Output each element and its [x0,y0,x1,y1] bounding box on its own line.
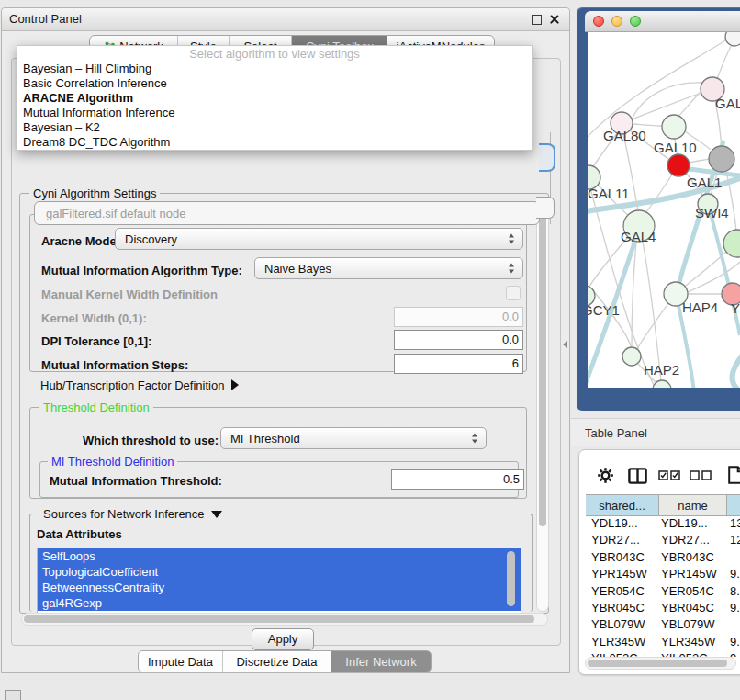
network-edge[interactable] [592,289,632,348]
network-edge[interactable] [643,242,661,381]
network-edge[interactable] [717,43,733,79]
table-cell: 8. [727,583,740,600]
data-attributes-list[interactable]: SelfLoopsTopologicalCoefficientBetweenne… [37,548,521,614]
aracne-mode-combo[interactable]: Discovery [115,228,523,250]
manual-kernel-checkbox[interactable] [506,286,521,300]
mi-threshold-field[interactable]: 0.5 [391,469,524,490]
network-edge[interactable] [677,91,701,118]
table-row[interactable]: YIL052CYIL052C9 [586,650,740,657]
table-row[interactable]: YBR043CYBR043C [586,549,740,566]
network-edge[interactable] [690,159,710,163]
table-cell: YBL079W [586,616,659,633]
table-row[interactable]: YBR045CYBR045C9. [586,600,740,616]
dpi-tolerance-field[interactable]: 0.0 [394,330,523,350]
table-horizontal-scrollbar[interactable] [585,657,736,670]
minimize-traffic-light-icon[interactable] [611,16,622,27]
close-icon[interactable] [549,14,560,25]
network-node[interactable] [622,347,641,366]
attribute-list-item[interactable]: SelfLoops [38,548,521,564]
algorithm-option[interactable]: Mutual Information Inference [17,106,532,120]
mi-type-label: Mutual Information Algorithm Type: [41,264,242,277]
sources-group-label-row[interactable]: Sources for Network Inference [39,508,226,521]
table-row[interactable]: YLR345WYLR345W9. [586,634,740,650]
spinner-arrows-icon [509,234,515,244]
table-row[interactable]: YDL19...YDL19...13 [586,515,740,532]
deselect-all-columns-icon[interactable] [690,470,712,480]
column-header-1[interactable]: shared... [586,495,659,515]
table-row[interactable]: YDR27...YDR27...12 [586,532,740,548]
table-cell: YER054C [659,583,727,600]
network-node[interactable] [723,230,740,257]
minimized-panel-icon[interactable] [5,690,21,700]
network-edge-thick[interactable] [733,349,740,388]
network-edge[interactable] [633,124,663,126]
settings-vertical-scrollbar[interactable] [536,197,549,612]
table-cell: 9 [727,650,740,657]
table-cell: YDR27... [586,532,659,548]
hub-definition-expander[interactable]: Hub/Transcription Factor Definition [40,378,239,392]
network-edge[interactable] [685,252,726,287]
attribute-list-item[interactable]: BetweennessCentrality [38,580,521,595]
export-table-icon[interactable] [728,466,740,484]
network-node[interactable] [662,115,686,139]
attributes-list-scrollbar[interactable] [507,551,515,606]
algorithm-dropdown-list: Bayesian – Hill ClimbingBasic Correlatio… [17,62,532,150]
bottom-tab-impute-data[interactable]: Impute Data [139,651,223,672]
network-edge[interactable] [632,242,636,346]
splitter-collapse-icon[interactable] [563,341,567,348]
mi-threshold-group-label: MI Threshold Definition [48,456,177,469]
spinner-arrows-icon [472,434,478,444]
network-edge[interactable] [632,93,701,119]
attribute-list-item[interactable]: gal4RGexp [38,595,521,611]
network-node-label: GAL80 [603,128,646,143]
attribute-list-item[interactable]: TopologicalCoefficient [38,564,521,580]
mi-type-combo[interactable]: Naive Bayes [254,257,523,279]
algorithm-option[interactable]: Bayesian – Hill Climbing [17,62,532,76]
table-cell: 9. [727,600,740,616]
zoom-traffic-light-icon[interactable] [630,16,641,27]
column-header-3[interactable]: A [727,495,740,515]
hub-definition-label: Hub/Transcription Factor Definition [40,378,224,392]
network-node[interactable] [725,32,740,46]
table-row[interactable]: YBL079WYBL079W [586,616,740,633]
table-cell: YBR045C [659,600,727,616]
table-scrollbar-thumb[interactable] [588,660,727,667]
table-cell: YIL052C [659,650,727,657]
gear-icon[interactable] [597,467,614,484]
settings-scrollbar-thumb[interactable] [539,199,546,526]
algorithm-option[interactable]: Dream8 DC_TDC Algorithm [17,135,532,150]
split-columns-icon[interactable] [628,468,647,484]
select-all-columns-icon[interactable] [658,470,681,480]
table-rows: YDL19...YDL19...13YDR27...YDR27...12YBR0… [586,515,740,657]
table-row[interactable]: YER054CYER054C8. [586,583,740,600]
data-table-combo[interactable]: galFiltered.sif default node [34,201,540,225]
which-threshold-combo[interactable]: MI Threshold [220,427,487,449]
mi-steps-field[interactable]: 6 [394,354,523,374]
kernel-width-field[interactable]: 0.0 [394,307,523,327]
float-window-icon[interactable] [532,15,542,25]
algorithm-option[interactable]: Bayesian – K2 [17,120,532,135]
apply-button[interactable]: Apply [252,628,314,650]
network-node-label: GAL1 [687,175,722,190]
bottom-tab-discretize-data[interactable]: Discretize Data [223,651,331,672]
spinner-arrows-icon [509,264,515,274]
table-row[interactable]: YPR145WYPR145W9. [586,566,740,582]
network-node-label: GAL11 [588,186,630,201]
network-node-label: GAL10 [654,140,697,155]
aracne-mode-label: Aracne Mode: [41,234,120,248]
network-node[interactable] [709,146,734,172]
column-header-2[interactable]: name [659,495,727,515]
network-edge[interactable] [645,175,672,214]
settings-horizontal-scrollbar[interactable] [21,613,548,626]
network-node[interactable] [667,154,690,176]
network-window-titlebar[interactable] [585,11,740,32]
table-panel-title: Table Panel [585,426,647,440]
table-cell: YDR27... [659,532,727,548]
algorithm-option[interactable]: ARACNE Algorithm [17,91,532,106]
control-panel-titlebar[interactable]: Control Panel [2,8,569,31]
network-canvas[interactable]: GALGAL80GAL10GAL1GAL11SWI4GAL4GCY1HAP4YH… [588,32,740,388]
horizontal-scrollbar-thumb[interactable] [24,615,534,623]
close-traffic-light-icon[interactable] [593,16,604,27]
algorithm-option[interactable]: Basic Correlation Inference [17,76,532,91]
bottom-tab-infer-network[interactable]: Infer Network [331,651,431,672]
